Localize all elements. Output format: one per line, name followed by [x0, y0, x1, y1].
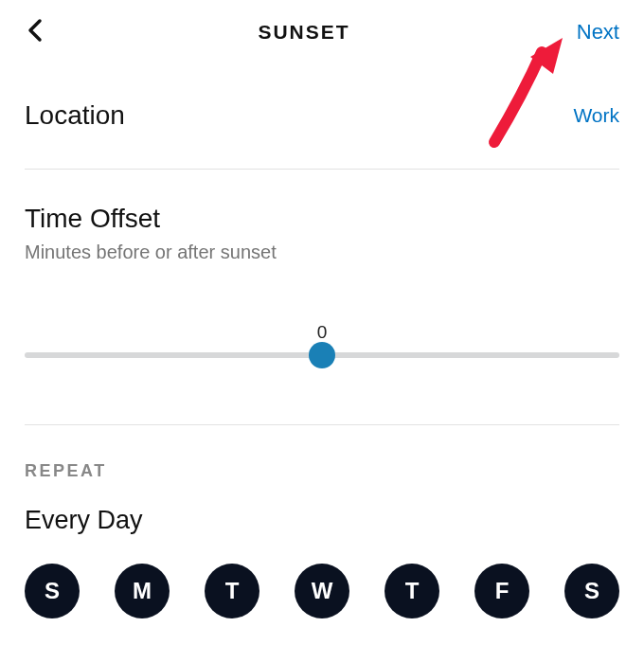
day-tuesday[interactable]: T	[205, 564, 259, 618]
time-offset-slider[interactable]	[25, 352, 619, 358]
back-icon[interactable]	[25, 17, 45, 47]
days-row: S M T W T F S	[25, 564, 619, 618]
page-title: SUNSET	[45, 21, 563, 44]
location-label: Location	[25, 100, 125, 131]
location-row[interactable]: Location Work	[25, 64, 619, 169]
slider-thumb[interactable]	[309, 342, 335, 368]
time-offset-title: Time Offset	[25, 204, 619, 234]
slider-value: 0	[25, 322, 619, 343]
repeat-header: REPEAT	[25, 461, 619, 481]
day-saturday[interactable]: S	[564, 564, 619, 618]
time-offset-subtitle: Minutes before or after sunset	[25, 242, 619, 263]
location-value: Work	[573, 104, 619, 127]
day-friday[interactable]: F	[474, 564, 529, 618]
repeat-value: Every Day	[25, 506, 619, 535]
next-button[interactable]: Next	[563, 20, 619, 45]
day-monday[interactable]: M	[115, 564, 170, 618]
day-thursday[interactable]: T	[385, 564, 439, 618]
day-wednesday[interactable]: W	[295, 564, 349, 618]
day-sunday[interactable]: S	[25, 564, 80, 618]
